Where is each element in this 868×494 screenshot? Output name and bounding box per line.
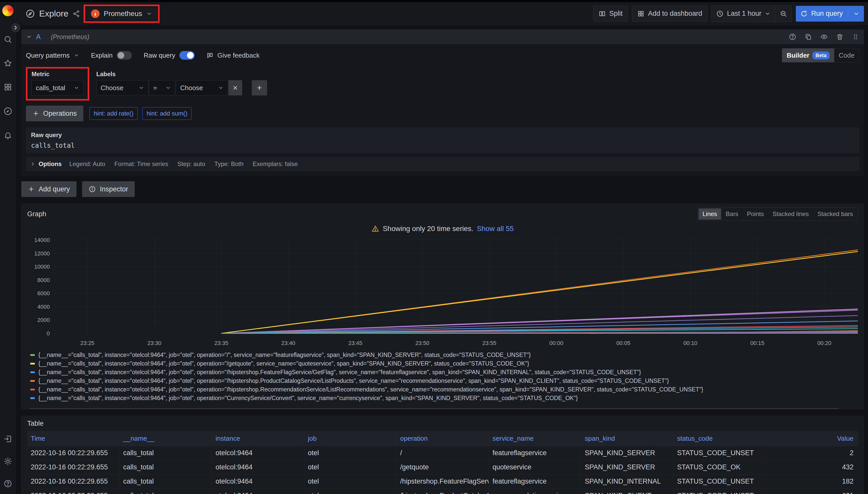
- column-header-spankind[interactable]: span_kind: [581, 431, 673, 446]
- hint-button[interactable]: hint: add rate(): [89, 107, 138, 120]
- legend-label: {__name__="calls_total", instance="otelc…: [38, 360, 529, 367]
- options-bar[interactable]: Options Legend: AutoFormat: Time seriesS…: [26, 157, 860, 171]
- y-axis-label: 8000: [37, 277, 50, 283]
- legend-item[interactable]: {__name__="calls_total", instance="otelc…: [30, 394, 858, 402]
- legend-item[interactable]: {__name__="calls_total", instance="otelc…: [30, 368, 858, 377]
- add-operation-button[interactable]: Operations: [26, 106, 83, 121]
- query-patterns-label: Query patterns: [26, 52, 70, 59]
- beta-badge: Beta: [812, 52, 829, 59]
- header-actions: Split Add to dashboard Last 1 hour: [593, 5, 864, 22]
- legend-item[interactable]: {__name__="calls_total", instance="otelc…: [30, 350, 858, 359]
- graph-style-tab-bars[interactable]: Bars: [722, 208, 742, 220]
- query-ref-id: A: [36, 33, 41, 41]
- results-table: Time__name__instancejoboperationservice_…: [27, 431, 858, 494]
- builder-tab[interactable]: Builder Beta: [782, 49, 834, 62]
- time-range-button[interactable]: Last 1 hour: [712, 6, 775, 22]
- graph-panel-title: Graph: [27, 210, 46, 218]
- explain-toggle[interactable]: [116, 51, 132, 60]
- column-header-instance[interactable]: instance: [212, 431, 304, 446]
- metric-value: calls_total: [36, 84, 65, 92]
- legend-label: {__name__="calls_total", instance="otelc…: [38, 395, 578, 402]
- metric-select[interactable]: calls_total: [32, 80, 84, 95]
- graph-style-tab-stacked-bars[interactable]: Stacked bars: [813, 208, 857, 220]
- add-label-filter-button[interactable]: [252, 80, 267, 95]
- column-header-name[interactable]: __name__: [120, 431, 212, 446]
- column-header-time[interactable]: Time: [27, 431, 120, 446]
- explain-label: Explain: [91, 52, 112, 59]
- show-all-series-link[interactable]: Show all 55: [477, 225, 514, 233]
- legend-item[interactable]: {__name__="calls_total", instance="otelc…: [30, 377, 858, 385]
- options-label: Options: [39, 160, 62, 168]
- plus-icon: [28, 186, 35, 192]
- operations-label: Operations: [43, 110, 77, 117]
- help-icon[interactable]: [789, 33, 796, 41]
- chevron-right-icon: [30, 161, 36, 167]
- label-value-select[interactable]: Choose: [176, 80, 228, 95]
- share-icon[interactable]: [72, 10, 80, 18]
- add-query-button[interactable]: Add query: [21, 181, 76, 197]
- graph-style-tab-lines[interactable]: Lines: [699, 208, 721, 220]
- table-cell: calls_total: [120, 460, 212, 474]
- label-name-select[interactable]: Choose: [96, 80, 148, 95]
- graph-legend: {__name__="calls_total", instance="otelc…: [22, 348, 864, 405]
- drag-handle-icon[interactable]: [852, 33, 860, 41]
- chevron-down-icon[interactable]: [26, 34, 32, 40]
- zoom-out-button[interactable]: [775, 6, 792, 22]
- table-row: 2022-10-16 00:22:29.655calls_totalotelco…: [27, 446, 858, 460]
- search-icon[interactable]: [3, 35, 12, 44]
- inspector-button[interactable]: Inspector: [82, 181, 135, 197]
- chevron-down-icon[interactable]: [853, 11, 860, 17]
- table-header-row: Time__name__instancejoboperationservice_…: [27, 431, 858, 446]
- run-query-button[interactable]: Run query: [796, 6, 864, 22]
- labels-field-label: Labels: [96, 71, 267, 78]
- raw-query-toggle[interactable]: [179, 51, 195, 60]
- trash-icon[interactable]: [836, 33, 844, 41]
- star-icon[interactable]: [3, 59, 12, 68]
- legend-label: {__name__="calls_total", instance="otelc…: [38, 386, 703, 393]
- table-cell: 2022-10-16 00:22:29.655: [27, 474, 120, 489]
- remove-label-filter-button[interactable]: [229, 80, 242, 95]
- table-panel-header: Table: [22, 416, 864, 431]
- legend-item[interactable]: {__name__="calls_total", instance="otelc…: [30, 385, 858, 394]
- alerting-icon[interactable]: [3, 131, 12, 140]
- column-header-statuscode[interactable]: status_code: [673, 431, 765, 446]
- graph-style-tabs: LinesBarsPointsStacked linesStacked bars: [698, 207, 858, 221]
- column-header-job[interactable]: job: [304, 431, 396, 446]
- query-patterns-dropdown[interactable]: Query patterns: [26, 52, 79, 59]
- add-to-dashboard-button[interactable]: Add to dashboard: [632, 6, 707, 22]
- x-axis-label: 00:15: [751, 340, 764, 346]
- help-icon[interactable]: [3, 479, 12, 488]
- column-header-servicename[interactable]: service_name: [489, 431, 581, 446]
- code-tab[interactable]: Code: [834, 49, 859, 62]
- give-feedback-link[interactable]: Give feedback: [206, 52, 260, 59]
- table-cell: otel: [304, 446, 396, 460]
- eye-icon[interactable]: [820, 33, 828, 41]
- expand-sidebar-button[interactable]: [10, 22, 21, 33]
- operations-row: Operations hint: add rate()hint: add sum…: [21, 105, 864, 128]
- raw-query-box-label: Raw query: [31, 132, 854, 139]
- option-item: Legend: Auto: [69, 160, 105, 167]
- explore-icon[interactable]: [3, 107, 13, 116]
- graph-style-tab-stacked-lines[interactable]: Stacked lines: [768, 208, 813, 220]
- signin-icon[interactable]: [3, 435, 12, 443]
- legend-item[interactable]: {__name__="calls_total", instance="otelc…: [30, 359, 858, 368]
- label-filter-controls: Choose =: [96, 80, 267, 95]
- datasource-picker[interactable]: Prometheus: [86, 7, 157, 20]
- graph-canvas[interactable]: 0200040006000800010000120001400023:2523:…: [24, 235, 862, 348]
- label-operator-value: =: [153, 84, 157, 92]
- label-value-value: Choose: [180, 84, 203, 92]
- dashboards-icon[interactable]: [3, 83, 12, 91]
- copy-icon[interactable]: [804, 33, 812, 41]
- settings-icon[interactable]: [3, 457, 12, 466]
- split-button[interactable]: Split: [593, 6, 628, 22]
- grafana-logo[interactable]: [2, 5, 14, 16]
- graph-style-tab-points[interactable]: Points: [743, 208, 768, 220]
- label-operator-select[interactable]: =: [149, 80, 175, 95]
- y-axis-label: 12000: [34, 250, 50, 256]
- options-summary-items: Legend: AutoFormat: Time seriesStep: aut…: [69, 160, 307, 168]
- hint-button[interactable]: hint: add sum(): [142, 107, 192, 120]
- column-header-value[interactable]: Value: [766, 431, 858, 446]
- column-header-operation[interactable]: operation: [396, 431, 489, 446]
- query-row-header[interactable]: A (Prometheus): [21, 30, 864, 44]
- table-cell: calls_total: [120, 489, 212, 494]
